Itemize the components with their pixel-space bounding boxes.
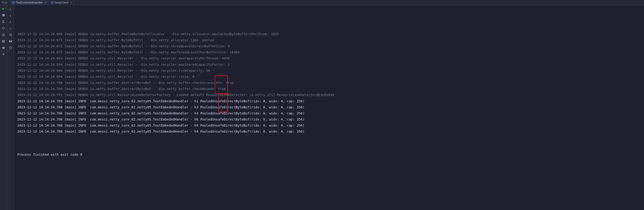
pin-icon[interactable]: [2, 52, 6, 56]
svg-rect-10: [3, 34, 4, 34]
svg-rect-15: [3, 48, 4, 49]
arrow-actions: ↙ ↓ ↑ ⇩: [7, 5, 14, 210]
log-line: 2023-12-12 14:14:24.708 [main] INFO com.…: [17, 128, 641, 135]
tab-label: TestEmbededHandler: [16, 1, 42, 4]
log-line: 2023-12-12 14:14:24.708 [main] INFO com.…: [17, 116, 641, 122]
log-line: 2023-12-12 14:14:24.694 [main] DEBUG io.…: [17, 74, 641, 80]
console-output[interactable]: 2023-12-12 14:14:24.668 [main] DEBUG io.…: [14, 5, 644, 210]
log-line: 2023-12-12 14:14:24.694 [main] DEBUG io.…: [17, 68, 641, 74]
content-wrap: ▶ ↙ ↓ ↑ ⇩: [0, 5, 644, 210]
log-line: 2023-12-12 14:14:24.693 [main] DEBUG io.…: [17, 55, 641, 61]
log-line: 2023-12-12 14:14:24.700 [main] DEBUG io.…: [17, 86, 641, 92]
log-line: 2023-12-12 14:14:24.675 [main] DEBUG io.…: [17, 37, 641, 43]
log-line: 2023-12-12 14:14:24.694 [main] DEBUG io.…: [17, 61, 641, 68]
run-config-icon: [51, 1, 54, 4]
run-tab-1[interactable]: NettyClient×: [48, 0, 74, 5]
run-tab-0[interactable]: TestEmbededHandler×: [10, 0, 48, 5]
trash-icon[interactable]: [8, 46, 12, 50]
log-line: 2023-12-12 14:14:24.700 [main] DEBUG io.…: [17, 80, 641, 86]
run-config-icon: [12, 1, 15, 4]
svg-point-9: [3, 34, 4, 35]
arrow-down-icon[interactable]: ↓: [8, 13, 12, 17]
svg-rect-8: [2, 34, 5, 36]
svg-rect-12: [2, 41, 5, 42]
svg-rect-16: [9, 40, 10, 42]
svg-point-3: [2, 27, 4, 29]
tab-label: NettyClient: [54, 1, 68, 4]
camera-icon[interactable]: [2, 33, 6, 37]
rerun-button[interactable]: ▶: [2, 6, 6, 11]
bug-icon[interactable]: [2, 26, 6, 30]
modify-run-icon[interactable]: ↙: [8, 6, 12, 11]
close-icon[interactable]: ×: [69, 1, 72, 4]
run-label: Run:: [0, 1, 10, 4]
svg-rect-17: [11, 40, 12, 42]
log-line: 2023-12-12 14:14:24.675 [main] DEBUG io.…: [17, 49, 641, 55]
log-line: 2023-12-12 14:14:24.675 [main] DEBUG io.…: [17, 43, 641, 49]
svg-rect-14: [3, 47, 4, 47]
log-line: 2023-12-12 14:14:24.706 [main] INFO com.…: [17, 110, 641, 116]
top-bar: Run: TestEmbededHandler×NettyClient×: [0, 0, 644, 5]
exit-status: Process finished with exit code 0: [17, 152, 641, 158]
arrow-up-icon[interactable]: ↑: [8, 19, 12, 24]
close-icon[interactable]: ×: [44, 1, 46, 4]
log-line: 2023-12-12 14:14:24.701 [main] DEBUG io.…: [17, 92, 641, 98]
wrap-icon[interactable]: [8, 33, 12, 37]
log-line: 2023-12-12 14:14:24.705 [main] INFO com.…: [17, 98, 641, 104]
log-line: 2023-12-12 14:14:24.706 [main] INFO com.…: [17, 104, 641, 110]
stop-button[interactable]: [2, 13, 6, 17]
log-line: 2023-12-12 14:14:24.668 [main] DEBUG io.…: [17, 31, 641, 37]
log-line: 2023-12-12 14:14:24.708 [main] INFO com.…: [17, 122, 641, 128]
svg-rect-2: [2, 14, 5, 16]
svg-rect-11: [2, 40, 5, 41]
gutter-actions: ▶: [0, 5, 7, 210]
tabs: TestEmbededHandler×NettyClient×: [10, 0, 74, 5]
svg-rect-18: [10, 47, 12, 49]
layout-icon[interactable]: [2, 39, 6, 43]
exit-icon[interactable]: [2, 19, 6, 24]
layout-toggle-icon[interactable]: [8, 39, 12, 43]
print-icon[interactable]: [2, 46, 6, 50]
scroll-down-icon[interactable]: ⇩: [8, 26, 12, 30]
